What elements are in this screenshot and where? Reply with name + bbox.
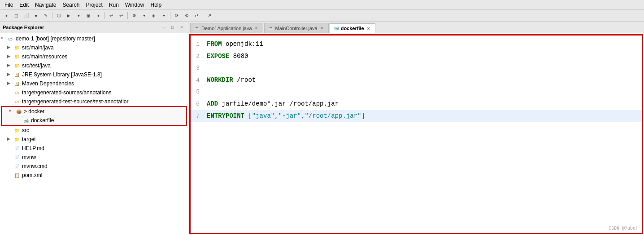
toolbar-btn-8[interactable]: ▾ bbox=[74, 11, 83, 20]
tree-item-src-test-java[interactable]: ▶ 📁 src/test/java bbox=[0, 61, 188, 70]
tree-item-dockerfile[interactable]: 🐋 dockerfile bbox=[2, 116, 186, 125]
tab-label-dockerfile: dockerfile bbox=[341, 26, 364, 31]
tree-label-dockerfile: dockerfile bbox=[31, 117, 54, 124]
line-code-4: WORKDIR /root bbox=[204, 74, 256, 86]
toolbar-btn-1[interactable]: ▾ bbox=[2, 11, 11, 20]
tree-item-src[interactable]: 📁 src bbox=[0, 126, 188, 135]
toolbar-btn-17[interactable]: ⟳ bbox=[172, 11, 181, 20]
toolbar-btn-15[interactable]: ◈ bbox=[149, 11, 158, 20]
arrow-icon bbox=[7, 173, 13, 178]
toolbar-btn-20[interactable]: ↗ bbox=[205, 11, 214, 20]
line-num-4: 4 bbox=[191, 75, 204, 86]
dockerfile-icon: 🐋 bbox=[22, 117, 30, 124]
arrow-icon: ▶ bbox=[7, 54, 13, 59]
code-line-5: 5 bbox=[191, 86, 642, 98]
tree-item-src-main-java[interactable]: ▶ 📁 src/main/java bbox=[0, 43, 188, 52]
project-icon: 🗁 bbox=[7, 35, 14, 42]
toolbar-btn-16[interactable]: ▾ bbox=[159, 11, 168, 20]
tree-item-src-main-resources[interactable]: ▶ 📁 src/main/resources bbox=[0, 52, 188, 61]
tab-demo-app[interactable]: ☕ Demo1Application.java × bbox=[190, 23, 263, 33]
panel-maximize-btn[interactable]: □ bbox=[169, 24, 176, 31]
toolbar-btn-7[interactable]: ▶ bbox=[64, 11, 73, 20]
tab-close-dockerfile[interactable]: × bbox=[366, 26, 371, 31]
line-num-6: 6 bbox=[191, 98, 204, 110]
toolbar-btn-13[interactable]: ⚙ bbox=[130, 11, 139, 20]
toolbar-btn-14[interactable]: ▾ bbox=[139, 11, 148, 20]
tree-label: target bbox=[22, 136, 36, 142]
folder-icon: 📁 bbox=[13, 127, 21, 134]
folder-icon: 🗂 bbox=[13, 98, 21, 105]
code-editor[interactable]: 1 FROM openjdk:11 2 EXPOSE 8080 3 4 WORK… bbox=[189, 34, 643, 234]
tree-item-target-gen[interactable]: 🗂 target/generated-sources/annotations bbox=[0, 88, 188, 97]
toolbar-btn-3[interactable]: ⬜ bbox=[22, 11, 30, 20]
toolbar-btn-18[interactable]: ⟲ bbox=[182, 11, 191, 20]
java-icon: ☕ bbox=[268, 26, 274, 31]
tree-item-maven[interactable]: ▶ ⚿ Maven Dependencies bbox=[0, 79, 188, 88]
code-content: 1 FROM openjdk:11 2 EXPOSE 8080 3 4 WORK… bbox=[191, 35, 642, 125]
tree-item-mvnw[interactable]: 📄 mvnw bbox=[0, 153, 188, 162]
tree-item-jre[interactable]: ▶ ⚿ JRE System Library [JavaSE-1.8] bbox=[0, 70, 188, 79]
arrow-icon: ▶ bbox=[7, 137, 13, 142]
panel-header: Package Explorer − □ × bbox=[0, 22, 188, 33]
toolbar-btn-4[interactable]: ● bbox=[31, 11, 40, 20]
tab-label-main-ctrl: MainController.java bbox=[275, 26, 318, 31]
toolbar-btn-6[interactable]: ⬡ bbox=[54, 11, 63, 20]
toolbar-btn-2[interactable]: ◻ bbox=[12, 11, 21, 20]
toolbar-btn-19[interactable]: ⇄ bbox=[192, 11, 201, 20]
maven-icon: ⚿ bbox=[13, 80, 21, 87]
tab-dockerfile[interactable]: 🐋 dockerfile × bbox=[330, 23, 375, 33]
editor-tabs: ☕ Demo1Application.java × ☕ MainControll… bbox=[188, 22, 644, 33]
arrow-icon bbox=[7, 164, 13, 169]
tree-item-pom[interactable]: 📋 pom.xml bbox=[0, 171, 188, 180]
panel-close-btn[interactable]: × bbox=[178, 24, 185, 31]
toolbar-sep-1 bbox=[52, 12, 52, 19]
lib-icon: ⚿ bbox=[13, 71, 21, 78]
arrow-icon: ▶ bbox=[7, 72, 13, 77]
tree-label: src/main/resources bbox=[22, 53, 67, 60]
panel-minimize-btn[interactable]: − bbox=[160, 24, 167, 31]
toolbar-btn-12[interactable]: ↩ bbox=[117, 11, 126, 20]
line-num-2: 2 bbox=[191, 51, 204, 62]
tree-item-mvnw-cmd[interactable]: 📄 mvnw.cmd bbox=[0, 162, 188, 171]
tree-item-target[interactable]: ▶ 📁 target bbox=[0, 135, 188, 144]
toolbar-sep-2 bbox=[104, 12, 105, 19]
toolbar-btn-5[interactable]: ✎ bbox=[41, 11, 50, 20]
tree-item-help[interactable]: 📄 HELP.md bbox=[0, 144, 188, 153]
code-line-6: 6 ADD jarfile/demo*.jar /root/app.jar bbox=[191, 98, 642, 110]
tree-label: Maven Dependencies bbox=[22, 80, 74, 87]
menu-edit[interactable]: Edit bbox=[17, 1, 31, 9]
toolbar-btn-9[interactable]: ◉ bbox=[84, 11, 93, 20]
code-line-3: 3 bbox=[191, 62, 642, 74]
tree-item-docker[interactable]: ▾ 📦 > docker bbox=[2, 107, 186, 116]
arrow-icon: ▶ bbox=[7, 81, 13, 86]
arrow-icon bbox=[16, 118, 22, 123]
menu-run[interactable]: Run bbox=[106, 1, 122, 9]
toolbar-btn-11[interactable]: ↩ bbox=[107, 11, 116, 20]
tab-main-ctrl[interactable]: ☕ MainController.java × bbox=[264, 23, 329, 33]
menu-window[interactable]: Window bbox=[122, 1, 147, 9]
menu-file[interactable]: File bbox=[2, 1, 16, 9]
docker-folder-icon: 📦 bbox=[15, 108, 22, 115]
menu-project[interactable]: Project bbox=[83, 1, 105, 9]
tree-item-target-gen-test[interactable]: 🗂 target/generated-test-sources/test-ann… bbox=[0, 97, 188, 106]
folder-icon: 📁 bbox=[13, 44, 21, 51]
code-line-7: 7 ENTRYPOINT ["java","-jar","/root/app.j… bbox=[191, 110, 642, 122]
file-icon: 📄 bbox=[13, 145, 21, 152]
tab-close-main-ctrl[interactable]: × bbox=[319, 26, 325, 31]
tree-label: JRE System Library [JavaSE-1.8] bbox=[22, 71, 102, 78]
docker-tab-icon: 🐋 bbox=[334, 26, 339, 31]
arrow-icon: ▶ bbox=[7, 63, 13, 68]
toolbar: ▾ ◻ ⬜ ● ✎ ⬡ ▶ ▾ ◉ ▾ ↩ ↩ ⚙ ▾ ◈ ▾ ⟳ ⟲ ⇄ ↗ bbox=[0, 10, 644, 22]
menu-search[interactable]: Search bbox=[60, 1, 82, 9]
right-panel: ☕ Demo1Application.java × ☕ MainControll… bbox=[188, 22, 644, 235]
arrow-icon bbox=[7, 155, 13, 160]
left-panel: Package Explorer − □ × ▾ 🗁 demo-1 [boot]… bbox=[0, 22, 188, 235]
toolbar-btn-10[interactable]: ▾ bbox=[94, 11, 103, 20]
file-icon: 📄 bbox=[13, 154, 21, 161]
menu-help[interactable]: Help bbox=[148, 1, 165, 9]
code-line-2: 2 EXPOSE 8080 bbox=[191, 50, 642, 62]
tree-item-demo1[interactable]: ▾ 🗁 demo-1 [boot] [repository master] bbox=[0, 34, 188, 43]
menu-navigate[interactable]: Navigate bbox=[32, 1, 59, 9]
tab-label-demo-app: Demo1Application.java bbox=[201, 26, 252, 31]
tab-close-demo-app[interactable]: × bbox=[254, 26, 259, 31]
